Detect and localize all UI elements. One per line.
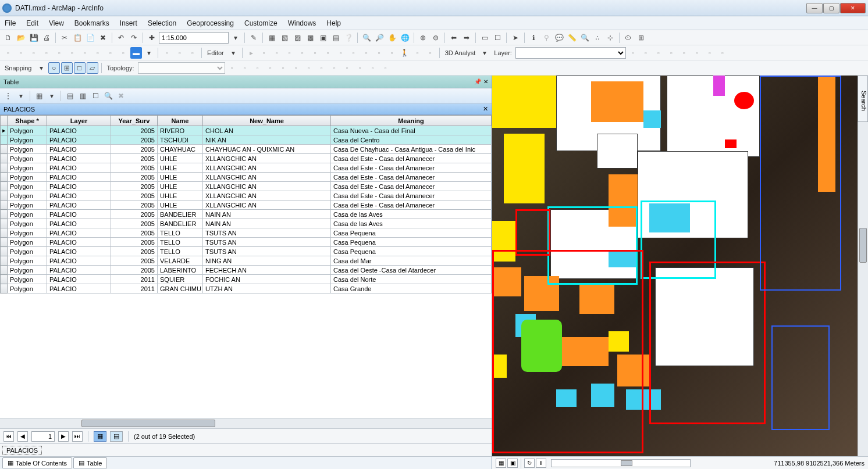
menu-edit[interactable]: Edit: [26, 19, 38, 27]
menu-selection[interactable]: Selection: [148, 19, 176, 27]
related-dropdown-icon[interactable]: ▾: [46, 90, 58, 102]
menu-view[interactable]: View: [49, 19, 64, 27]
menu-windows[interactable]: Windows: [288, 19, 316, 27]
toc-icon[interactable]: ▦: [266, 32, 278, 44]
clear-selection-table-icon[interactable]: ☐: [90, 90, 101, 102]
print-icon[interactable]: 🖨: [41, 32, 52, 44]
tab-toc[interactable]: ▦Table Of Contents: [2, 457, 72, 468]
search-tab[interactable]: Search: [858, 76, 868, 122]
table-row[interactable]: PolygonPALACIO2005UHLEXLLANGCHIC ANCasa …: [1, 163, 492, 173]
menu-file[interactable]: File: [5, 19, 16, 27]
table-row[interactable]: PolygonPALACIO2005LABERINTOFECHECH ANCas…: [1, 266, 492, 275]
snap-grid-icon[interactable]: ⊞: [61, 62, 73, 74]
zoom-in-icon[interactable]: 🔍: [361, 32, 372, 44]
goto-xy-icon[interactable]: ⊹: [604, 32, 616, 44]
close-table-icon[interactable]: ✕: [483, 105, 488, 113]
cut-icon[interactable]: ✂: [59, 32, 70, 44]
table-row[interactable]: PolygonPALACIO2005BANDELIERNAIN ANCasa d…: [1, 219, 492, 228]
modelbuilder-icon[interactable]: ▤: [330, 32, 341, 44]
arctoolbox-icon[interactable]: ▩: [304, 32, 316, 44]
prev-record-button[interactable]: ◀: [17, 431, 28, 442]
refresh-button[interactable]: ↻: [524, 459, 535, 468]
menu-customize[interactable]: Customize: [244, 19, 278, 27]
editor-toolbar-icon[interactable]: ✎: [248, 32, 259, 44]
table-row[interactable]: PolygonPALACIO2005TELLOTSUTS ANCasa Pequ…: [1, 247, 492, 256]
last-record-button[interactable]: ⏭: [72, 431, 83, 442]
table-row[interactable]: PolygonPALACIO2005TSCHUDINIK ANCasa del …: [1, 135, 492, 145]
col-meaning[interactable]: Meaning: [331, 116, 492, 126]
new-icon[interactable]: 🗋: [2, 32, 14, 44]
snap-circle-icon[interactable]: ○: [48, 62, 60, 74]
show-all-toggle[interactable]: ▦: [94, 431, 106, 442]
menu-bookmarks[interactable]: Bookmarks: [74, 19, 109, 27]
analyst-label[interactable]: 3D Analyst: [445, 49, 476, 56]
back-icon[interactable]: ⬅: [448, 32, 460, 44]
attribute-grid[interactable]: Shape * Layer Year_Surv Name New_Name Me…: [0, 115, 492, 418]
related-tables-icon[interactable]: ▦: [33, 90, 45, 102]
maximize-button[interactable]: ▢: [823, 3, 839, 13]
map-canvas[interactable]: [492, 76, 858, 456]
table-row[interactable]: ▸PolygonPALACIO2005RIVEROCHOL ANCasa Nue…: [1, 126, 492, 135]
whats-this-icon[interactable]: ❔: [343, 32, 354, 44]
save-icon[interactable]: 💾: [28, 32, 40, 44]
switch-selection-icon[interactable]: ▥: [77, 90, 88, 102]
col-newname[interactable]: New_Name: [203, 116, 331, 126]
data-view-button[interactable]: ▦: [496, 459, 506, 468]
col-shape[interactable]: Shape *: [8, 116, 47, 126]
topology-dropdown[interactable]: [138, 62, 225, 74]
html-popup-icon[interactable]: 💬: [553, 32, 565, 44]
clear-selection-icon[interactable]: ☐: [492, 32, 503, 44]
viewer-icon[interactable]: ⊞: [635, 32, 647, 44]
table-row[interactable]: PolygonPALACIO2005UHLEXLLANGCHIC ANCasa …: [1, 191, 492, 201]
menu-insert[interactable]: Insert: [120, 19, 137, 27]
editor-label[interactable]: Editor: [207, 49, 224, 56]
table-options-icon[interactable]: ⋮: [2, 90, 14, 102]
snap-square-icon[interactable]: □: [74, 62, 86, 74]
tab-table[interactable]: ▤Table: [73, 457, 107, 468]
open-icon[interactable]: 📂: [15, 32, 27, 44]
map-view[interactable]: ▦ ▣ ↻ ⏸ 711355,98 9102521,366 Meters: [492, 76, 868, 469]
row-header-col[interactable]: [1, 116, 8, 126]
layout-view-button[interactable]: ▣: [507, 459, 518, 468]
snap-edge-icon[interactable]: ▱: [87, 62, 98, 74]
table-row[interactable]: PolygonPALACIO2005UHLEXLLANGCHIC ANCasa …: [1, 182, 492, 191]
identify-icon[interactable]: ℹ: [528, 32, 539, 44]
search-window-icon[interactable]: ▨: [291, 32, 303, 44]
show-selected-toggle[interactable]: ▤: [110, 431, 123, 442]
select-features-icon[interactable]: ▭: [479, 32, 490, 44]
python-icon[interactable]: ▣: [317, 32, 329, 44]
col-layer[interactable]: Layer: [47, 116, 111, 126]
layer-tab[interactable]: PALACIOS: [2, 446, 42, 455]
delete-icon[interactable]: ✖: [97, 32, 109, 44]
map-scale-input[interactable]: [159, 32, 229, 44]
snapping-label[interactable]: Snapping: [5, 65, 32, 71]
menu-help[interactable]: Help: [326, 19, 341, 27]
zoom-selected-icon[interactable]: 🔍: [102, 90, 114, 102]
full-extent-icon[interactable]: 🌐: [399, 32, 411, 44]
table-row[interactable]: PolygonPALACIO2005UHLEXLLANGCHIC ANCasa …: [1, 173, 492, 182]
table-row[interactable]: PolygonPALACIO2005UHLEXLLANGCHIC ANCasa …: [1, 154, 492, 163]
table-row[interactable]: PolygonPALACIO2005TELLOTSUTS ANCasa Pequ…: [1, 228, 492, 238]
table-options-dropdown-icon[interactable]: ▾: [15, 90, 27, 102]
table-row[interactable]: PolygonPALACIO2011GRAN CHIMUUTZH ANCasa …: [1, 284, 492, 293]
table-row[interactable]: PolygonPALACIO2005UHLEXLLANGCHIC ANCasa …: [1, 201, 492, 210]
layer-dropdown[interactable]: [515, 47, 626, 59]
map-vscroll[interactable]: [858, 76, 868, 456]
paste-icon[interactable]: 📄: [84, 32, 96, 44]
select-elements-icon[interactable]: ➤: [510, 32, 521, 44]
find-icon[interactable]: 🔍: [579, 32, 590, 44]
analyst-dropdown-icon[interactable]: ▾: [479, 47, 490, 59]
zoom-out-icon[interactable]: 🔎: [373, 32, 385, 44]
editor-dropdown-icon[interactable]: ▾: [227, 47, 239, 59]
first-record-button[interactable]: ⏮: [3, 431, 14, 442]
scale-dropdown-icon[interactable]: ▾: [230, 32, 241, 44]
pause-drawing-button[interactable]: ⏸: [536, 459, 546, 468]
record-position-input[interactable]: [31, 431, 55, 442]
fixed-zoom-in-icon[interactable]: ⊕: [417, 32, 429, 44]
redo-icon[interactable]: ↷: [128, 32, 140, 44]
undo-icon[interactable]: ↶: [115, 32, 127, 44]
grid-hscroll[interactable]: [0, 418, 492, 428]
table-row[interactable]: PolygonPALACIO2011SQUIERFOCHIC ANCasa de…: [1, 275, 492, 284]
col-year[interactable]: Year_Surv: [111, 116, 158, 126]
fixed-zoom-out-icon[interactable]: ⊖: [430, 32, 442, 44]
